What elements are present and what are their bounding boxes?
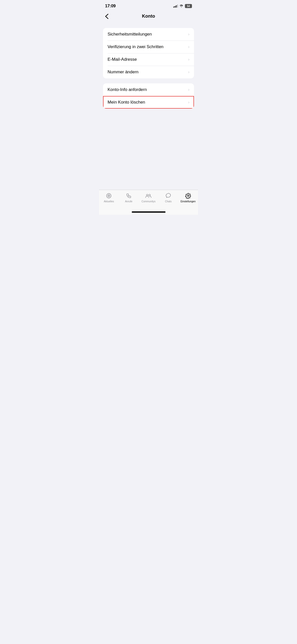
security-group: Sicherheitsmitteilungen › Verifizierung … <box>103 28 194 78</box>
nummer-item[interactable]: Nummer ändern › <box>103 66 194 78</box>
battery-icon: 54 <box>185 4 192 8</box>
tab-chats-label: Chats <box>165 200 172 203</box>
chevron-icon: › <box>188 45 189 49</box>
communitys-icon <box>145 192 152 199</box>
chevron-icon: › <box>188 70 189 74</box>
wifi-icon <box>179 5 183 8</box>
tab-einstellungen[interactable]: Einstellungen <box>178 192 198 203</box>
chevron-icon: › <box>188 87 189 92</box>
tab-aktuelles-label: Aktuelles <box>104 200 114 203</box>
chats-icon <box>165 192 172 199</box>
svg-point-3 <box>147 194 148 196</box>
tab-communitys-label: Communitys <box>142 200 156 203</box>
status-time: 17:09 <box>105 4 116 9</box>
einstellungen-icon <box>185 192 191 199</box>
konto-info-item[interactable]: Konto-Info anfordern › <box>103 83 194 96</box>
tab-einstellungen-label: Einstellungen <box>181 200 196 203</box>
status-bar: 17:09 54 <box>99 0 198 11</box>
status-icons: 54 <box>173 4 192 8</box>
svg-point-4 <box>149 194 151 196</box>
tab-anrufe[interactable]: Anrufe <box>119 192 139 203</box>
svg-point-2 <box>109 196 109 196</box>
svg-point-5 <box>187 195 189 197</box>
page-title: Konto <box>142 14 155 19</box>
tab-anrufe-label: Anrufe <box>125 200 132 203</box>
back-button[interactable] <box>104 13 110 20</box>
email-item[interactable]: E-Mail-Adresse › <box>103 53 194 66</box>
home-indicator-bar <box>132 211 166 213</box>
anrufe-icon <box>125 192 132 199</box>
tab-aktuelles[interactable]: Aktuelles <box>99 192 119 203</box>
aktuelles-icon <box>106 192 112 199</box>
chevron-icon: › <box>188 32 189 37</box>
main-content: Sicherheitsmitteilungen › Verifizierung … <box>99 23 198 190</box>
home-indicator <box>99 210 198 215</box>
tab-chats[interactable]: Chats <box>158 192 178 203</box>
signal-icon <box>173 5 178 8</box>
nav-header: Konto <box>99 11 198 23</box>
account-group: Konto-Info anfordern › Mein Konto lösche… <box>103 83 194 109</box>
chevron-icon: › <box>188 100 189 105</box>
tab-communitys[interactable]: Communitys <box>139 192 158 203</box>
konto-loeschen-item[interactable]: Mein Konto löschen › <box>103 96 194 109</box>
tab-bar: Aktuelles Anrufe Communitys Chat <box>99 190 198 210</box>
sicherheitsmitteilungen-item[interactable]: Sicherheitsmitteilungen › <box>103 28 194 41</box>
chevron-icon: › <box>188 57 189 62</box>
verifizierung-item[interactable]: Verifizierung in zwei Schritten › <box>103 41 194 53</box>
